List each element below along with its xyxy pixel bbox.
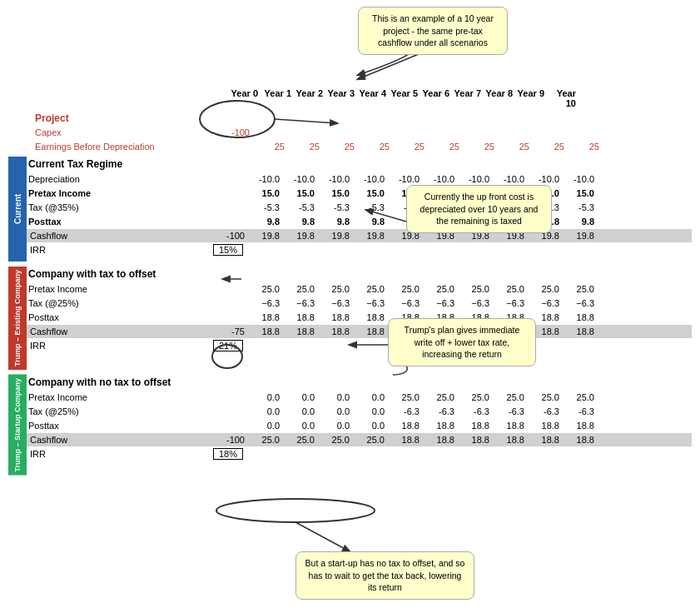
year-7: Year 7 bbox=[451, 88, 483, 108]
earn-y2: 25 bbox=[288, 142, 323, 152]
earn-y8: 25 bbox=[498, 142, 533, 152]
tscf-y9: 18.8 bbox=[528, 435, 563, 445]
te-tax-y1: −6.3 bbox=[248, 298, 283, 308]
tecf-y2: 18.8 bbox=[283, 326, 318, 336]
current-pretax-row: Pretax Income 15.0 15.0 15.0 15.0 15.0 1… bbox=[27, 187, 692, 200]
ccf-y1: 19.8 bbox=[248, 231, 283, 241]
trump-startup-section-inner: Company with no tax to offset Pretax Inc… bbox=[27, 375, 692, 476]
tscf-y8: 18.8 bbox=[493, 435, 528, 445]
current-section-title: Current Tax Regime bbox=[27, 157, 692, 172]
project-label: Project bbox=[32, 112, 215, 124]
current-cashflow-label: Cashflow bbox=[27, 231, 210, 241]
te-pretax-row: Pretax Income 25.0 25.0 25.0 25.0 25.0 2… bbox=[27, 282, 692, 296]
te-post-y3: 18.8 bbox=[318, 312, 353, 322]
ts-post-y9: 18.8 bbox=[528, 421, 563, 431]
year-1: Year 1 bbox=[261, 88, 293, 108]
te-posttax-label: Posttax bbox=[27, 312, 210, 322]
current-irr-label: IRR bbox=[30, 245, 213, 255]
tecf-y10: 18.8 bbox=[563, 326, 598, 336]
annotation-bubble-4: But a start-up has no tax to offset, and… bbox=[295, 551, 474, 600]
te-pretax-y3: 25.0 bbox=[318, 284, 353, 294]
tscf-y5: 18.8 bbox=[388, 435, 423, 445]
ts-tax-y3: 0.0 bbox=[318, 406, 353, 416]
dep-y4: -10.0 bbox=[353, 174, 388, 184]
ts-post-y7: 18.8 bbox=[458, 421, 493, 431]
ccf-y0: -100 bbox=[210, 231, 248, 241]
trump-existing-section-title: Company with tax to offset bbox=[27, 267, 692, 282]
ctax-y10: -5.3 bbox=[563, 202, 598, 212]
year-3: Year 3 bbox=[325, 88, 356, 108]
pretax-label: Pretax Income bbox=[27, 188, 210, 198]
annotation-bubble-3: Trump's plan gives immediate write off +… bbox=[388, 318, 536, 366]
trump-startup-side-label: Trump – Startup Company bbox=[8, 375, 27, 476]
ts-pretax-y5: 25.0 bbox=[388, 392, 423, 402]
year-6: Year 6 bbox=[420, 88, 451, 108]
current-cashflow-row: Cashflow -100 19.8 19.8 19.8 19.8 19.8 1… bbox=[27, 229, 692, 242]
tscf-y7: 18.8 bbox=[458, 435, 493, 445]
current-tax-row: Tax (@35%) -5.3 -5.3 -5.3 -5.3 -5.3 -5.3… bbox=[27, 201, 692, 214]
ts-pretax-label: Pretax Income bbox=[27, 392, 210, 402]
te-pretax-y6: 25.0 bbox=[423, 284, 458, 294]
ts-tax-label: Tax (@25%) bbox=[27, 406, 210, 416]
ts-cashflow-label: Cashflow bbox=[27, 435, 210, 445]
te-post-y1: 18.8 bbox=[248, 312, 283, 322]
tecf-y3: 18.8 bbox=[318, 326, 353, 336]
ts-post-y1: 0.0 bbox=[248, 421, 283, 431]
tscf-y6: 18.8 bbox=[423, 435, 458, 445]
dep-y10: -10.0 bbox=[563, 174, 598, 184]
capex-y0: -100 bbox=[215, 127, 253, 137]
dep-y6: -10.0 bbox=[423, 174, 458, 184]
ts-tax-y10: -6.3 bbox=[563, 406, 598, 416]
earn-y5: 25 bbox=[393, 142, 428, 152]
svg-point-2 bbox=[216, 499, 375, 522]
ts-pretax-y8: 25.0 bbox=[493, 392, 528, 402]
capex-row: Capex -100 bbox=[32, 126, 692, 139]
pretax-y10: 15.0 bbox=[563, 188, 598, 198]
annotation-bubble-2: Currently the up front cost is depreciat… bbox=[406, 185, 552, 233]
ts-pretax-y3: 0.0 bbox=[318, 392, 353, 402]
te-irr-value: 21% bbox=[213, 340, 243, 351]
te-cashflow-row: Cashflow -75 18.8 18.8 18.8 18.8 18.8 18… bbox=[27, 325, 692, 338]
te-irr-row: IRR 21% bbox=[27, 339, 692, 352]
cpost-y4: 9.8 bbox=[353, 217, 388, 227]
ts-post-y8: 18.8 bbox=[493, 421, 528, 431]
trump-existing-section-inner: Company with tax to offset Pretax Income… bbox=[27, 267, 692, 370]
te-pretax-y4: 25.0 bbox=[353, 284, 388, 294]
te-pretax-y8: 25.0 bbox=[493, 284, 528, 294]
current-irr-row: IRR 15% bbox=[27, 243, 692, 257]
ccf-y10: 19.8 bbox=[563, 231, 598, 241]
year-4: Year 4 bbox=[356, 88, 388, 108]
ts-posttax-row: Posttax 0.0 0.0 0.0 0.0 18.8 18.8 18.8 1… bbox=[27, 419, 692, 432]
ts-post-y10: 18.8 bbox=[563, 421, 598, 431]
dep-y1: -10.0 bbox=[248, 174, 283, 184]
te-tax-y7: −6.3 bbox=[458, 298, 493, 308]
depreciation-label: Depreciation bbox=[27, 174, 210, 184]
ts-tax-y5: -6.3 bbox=[388, 406, 423, 416]
ts-tax-y4: 0.0 bbox=[353, 406, 388, 416]
te-posttax-row: Posttax 18.8 18.8 18.8 18.8 18.8 18.8 18… bbox=[27, 311, 692, 324]
te-tax-y10: −6.3 bbox=[563, 298, 598, 308]
ts-post-y4: 0.0 bbox=[353, 421, 388, 431]
te-pretax-y10: 25.0 bbox=[563, 284, 598, 294]
ts-irr-value: 18% bbox=[213, 448, 243, 460]
current-irr-value: 15% bbox=[213, 244, 243, 256]
te-cashflow-label: Cashflow bbox=[27, 326, 210, 336]
ctax-y3: -5.3 bbox=[318, 202, 353, 212]
ts-post-y2: 0.0 bbox=[283, 421, 318, 431]
ts-pretax-y10: 25.0 bbox=[563, 392, 598, 402]
te-tax-y9: −6.3 bbox=[528, 298, 563, 308]
year-0: Year 0 bbox=[223, 88, 261, 108]
current-section-wrapper: Current Current Tax Regime Depreciation … bbox=[8, 157, 692, 262]
tax-label: Tax (@35%) bbox=[27, 202, 210, 212]
te-post-y10: 18.8 bbox=[563, 312, 598, 322]
project-section: Project Capex -100 Earnings Before Depre… bbox=[32, 112, 692, 153]
tscf-y10: 18.8 bbox=[563, 435, 598, 445]
ts-irr-label: IRR bbox=[30, 449, 213, 459]
te-tax-y3: −6.3 bbox=[318, 298, 353, 308]
year-9: Year 9 bbox=[514, 88, 546, 108]
ts-pretax-row: Pretax Income 0.0 0.0 0.0 0.0 25.0 25.0 … bbox=[27, 391, 692, 404]
te-post-y2: 18.8 bbox=[283, 312, 318, 322]
dep-y5: -10.0 bbox=[388, 174, 423, 184]
posttax-label: Posttax bbox=[27, 217, 210, 227]
ts-pretax-y4: 0.0 bbox=[353, 392, 388, 402]
